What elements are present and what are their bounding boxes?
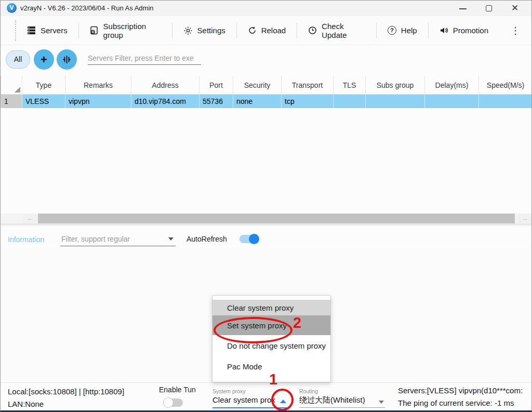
reload-label: Reload — [261, 26, 286, 35]
cell-tls[interactable] — [334, 95, 366, 108]
server-table-header: Type Remarks Address Port Security Trans… — [1, 76, 532, 95]
toggle-knob — [163, 397, 174, 408]
information-label: Information — [8, 235, 44, 244]
settings-button[interactable]: Settings — [172, 16, 236, 45]
server-filter-input[interactable] — [88, 51, 201, 65]
reload-button[interactable]: Reload — [237, 16, 297, 45]
cell-address[interactable]: d10.vip784.com — [131, 95, 200, 108]
settings-label: Settings — [197, 26, 225, 35]
cell-security[interactable]: none — [233, 95, 282, 108]
reload-icon — [248, 26, 257, 35]
more-menu-button[interactable]: ⋮ — [499, 25, 531, 36]
window-title: v2rayN - V6.26 - 2023/06/04 - Run As Adm… — [20, 4, 154, 12]
check-update-icon — [308, 26, 317, 35]
cell-type[interactable]: VLESS — [22, 95, 65, 108]
promotion-speaker-icon — [440, 26, 448, 35]
servers-icon — [27, 26, 36, 35]
column-header-corner[interactable] — [1, 76, 22, 95]
local-ports-text: Local:[socks:10808] | [http:10809] — [8, 387, 124, 396]
check-update-button[interactable]: Check Update — [297, 16, 376, 45]
column-header-port[interactable]: Port — [200, 76, 233, 95]
subscription-group-button[interactable]: Subscription group — [79, 16, 172, 45]
subs-group-all-button[interactable]: All — [6, 50, 30, 69]
select-all-triangle-icon — [15, 87, 20, 92]
annotation-number-2: 2 — [293, 314, 301, 331]
close-button[interactable]: ✕ — [503, 1, 527, 16]
status-bar: Local:[socks:10808] | [http:10809] LAN:N… — [1, 382, 532, 411]
information-bar: Information Filter, support regular Auto… — [1, 231, 532, 248]
column-header-security[interactable]: Security — [233, 76, 282, 95]
column-header-tls[interactable]: TLS — [334, 76, 366, 95]
main-toolbar: Servers Subscription group Settings Relo… — [1, 16, 531, 45]
routing-value: 绕过大陆(Whitelist) — [299, 395, 385, 405]
cell-port[interactable]: 55736 — [200, 95, 233, 108]
annotation-ellipse-step2 — [214, 317, 292, 343]
subscription-group-label: Subscription group — [103, 22, 161, 39]
menu-item-clear-system-proxy[interactable]: Clear system proxy — [212, 300, 330, 315]
cell-transport[interactable]: tcp — [282, 95, 334, 108]
app-window: V v2rayN - V6.26 - 2023/06/04 - Run As A… — [0, 0, 532, 412]
autofit-columns-icon — [62, 55, 72, 64]
help-label: Help — [401, 26, 417, 35]
gear-icon — [183, 26, 193, 35]
cell-remarks[interactable]: vipvpn — [65, 95, 131, 108]
toggle-knob — [249, 234, 259, 244]
cell-speed[interactable] — [479, 95, 532, 108]
annotation-circle-step1 — [271, 389, 294, 411]
system-proxy-value: Clear system prox — [212, 395, 277, 404]
cell-delay[interactable] — [425, 95, 479, 108]
add-server-button[interactable]: + — [34, 49, 54, 70]
column-header-address[interactable]: Address — [131, 76, 200, 95]
maximize-button[interactable] — [477, 1, 501, 16]
autorefresh-label: AutoRefresh — [187, 235, 227, 243]
column-header-speed[interactable]: Speed(M/s) — [479, 76, 532, 95]
routing-label: Routing — [299, 388, 385, 394]
maximize-icon — [486, 5, 492, 11]
server-filter-bar: All + — [1, 47, 531, 73]
chevron-down-icon — [168, 237, 174, 241]
subscription-group-icon — [90, 26, 99, 35]
row-index-cell[interactable]: 1 — [1, 95, 22, 108]
help-icon: ? — [388, 26, 396, 35]
close-icon: ✕ — [503, 1, 527, 16]
promotion-label: Promotion — [453, 26, 488, 35]
log-filter-placeholder: Filter, support regular — [61, 235, 130, 243]
minimize-icon — [459, 8, 467, 9]
title-bar: V v2rayN - V6.26 - 2023/06/04 - Run As A… — [1, 1, 531, 16]
scroll-right-arrow-icon[interactable]: → — [518, 214, 531, 223]
ping-status-text: The ping of current service: -1 ms — [398, 398, 514, 407]
check-update-label: Check Update — [322, 22, 365, 39]
table-row-selected[interactable]: 1 VLESS vipvpn d10.vip784.com 55736 none… — [1, 95, 532, 108]
help-button[interactable]: ? Help — [377, 16, 428, 45]
app-logo-icon: V — [7, 3, 17, 13]
chevron-down-icon — [379, 401, 384, 404]
servers-menu-button[interactable]: Servers — [16, 16, 78, 45]
annotation-number-1: 1 — [269, 371, 277, 388]
current-server-text: Servers:[VLESS] vipvpn(d10***com: — [398, 386, 523, 395]
lan-text: LAN:None — [8, 400, 44, 408]
server-table: Type Remarks Address Port Security Trans… — [1, 76, 532, 108]
autorefresh-toggle[interactable] — [240, 235, 258, 243]
promotion-button[interactable]: Promotion — [429, 16, 499, 45]
column-header-subs-group[interactable]: Subs group — [366, 76, 425, 95]
routing-underline — [299, 407, 385, 408]
column-header-transport[interactable]: Transport — [282, 76, 334, 95]
scroll-left-arrow-icon[interactable]: ← — [23, 214, 37, 223]
servers-label: Servers — [41, 26, 68, 35]
enable-tun-label: Enable Tun — [159, 386, 196, 394]
column-header-remarks[interactable]: Remarks — [65, 76, 131, 95]
minimize-button[interactable] — [451, 1, 475, 16]
column-header-delay[interactable]: Delay(ms) — [425, 76, 479, 95]
table-bottom-edge — [1, 223, 532, 225]
enable-tun-toggle[interactable] — [164, 398, 183, 407]
log-filter-dropdown[interactable]: Filter, support regular — [60, 233, 176, 246]
scrollbar-thumb[interactable] — [38, 214, 515, 223]
cell-subs-group[interactable] — [366, 95, 425, 108]
column-header-type[interactable]: Type — [22, 76, 65, 95]
table-horizontal-scrollbar[interactable]: ← → — [1, 214, 532, 223]
routing-combobox[interactable]: Routing 绕过大陆(Whitelist) — [299, 388, 385, 405]
autofit-columns-button[interactable] — [57, 49, 77, 70]
